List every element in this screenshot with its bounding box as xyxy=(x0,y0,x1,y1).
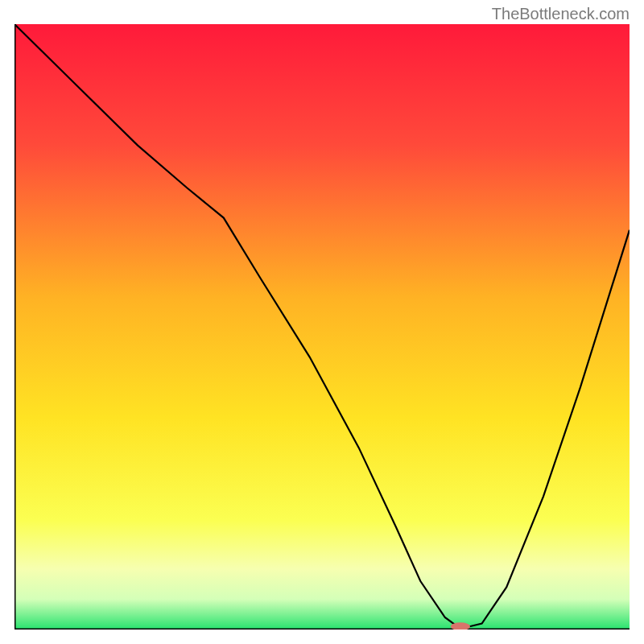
watermark-text: TheBottleneck.com xyxy=(492,5,630,23)
chart-area xyxy=(14,24,630,630)
chart-svg xyxy=(14,24,630,630)
